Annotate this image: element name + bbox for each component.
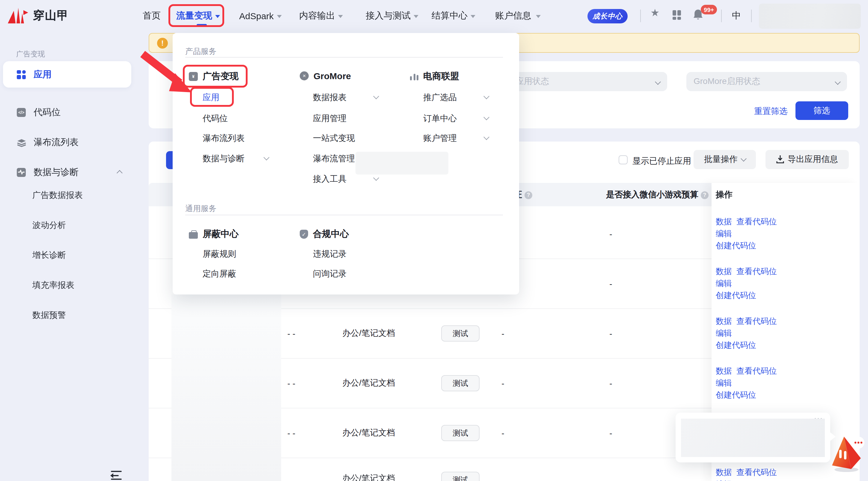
divider — [185, 215, 503, 215]
chevron-down-icon — [338, 15, 343, 18]
cell-dash: - — [501, 329, 504, 338]
nav-home[interactable]: 首页 — [143, 0, 161, 31]
sidebar-item-data-diagnosis[interactable]: 数据与诊断 — [0, 159, 144, 185]
divider — [751, 9, 752, 22]
help-icon[interactable]: ? — [525, 191, 532, 199]
growth-center-button[interactable]: 成长中心 — [587, 9, 628, 23]
nav-integration-test[interactable]: 接入与测试 — [366, 0, 418, 31]
gromore-status-select[interactable]: GroMore启用状态 — [686, 72, 847, 91]
nav-account-info[interactable]: 账户信息 — [495, 0, 541, 31]
sidebar-item-fill-rate-report[interactable]: 填充率报表 — [32, 280, 74, 291]
chevron-down-icon — [536, 15, 541, 18]
sidebar-item-ad-data-report[interactable]: 广告数据报表 — [32, 190, 83, 201]
chevron-down-icon — [740, 156, 746, 162]
show-stopped-checkbox[interactable] — [619, 155, 628, 164]
cell-dash: - — [609, 379, 612, 388]
menu-item-data-report[interactable]: 数据报表 — [313, 92, 346, 103]
chevron-down-icon — [655, 79, 661, 85]
export-app-info-button[interactable]: 导出应用信息 — [766, 150, 849, 169]
data-link[interactable]: 数据 — [716, 366, 732, 375]
product-services-label: 产品服务 — [185, 46, 216, 57]
col-actions: 操作 — [716, 189, 733, 200]
view-slots-link[interactable]: 查看代码位 — [737, 317, 777, 326]
menu-group-gromore[interactable]: ✕ GroMore — [300, 71, 351, 81]
edit-link[interactable]: 编辑 — [716, 480, 732, 481]
account-blurred-area[interactable] — [759, 4, 861, 29]
menu-item-waterfall-list[interactable]: 瀑布流列表 — [203, 133, 245, 144]
menu-item-data-diagnosis[interactable]: 数据与诊断 — [203, 154, 245, 164]
apply-filter-button[interactable]: 筛选 — [796, 101, 848, 120]
sidebar-item-growth-diagnosis[interactable]: 增长诊断 — [32, 250, 66, 261]
view-slots-link[interactable]: 查看代码位 — [737, 267, 777, 276]
divider — [640, 9, 641, 22]
warning-icon: ! — [157, 38, 168, 49]
menu-group-block-center[interactable]: 屏蔽中心 — [189, 229, 239, 240]
data-link[interactable]: 数据 — [716, 267, 732, 276]
assistant-popover: ··· — [676, 413, 830, 462]
edit-link[interactable]: 编辑 — [716, 329, 732, 338]
sidebar-collapse-icon[interactable] — [111, 471, 122, 480]
view-slots-link[interactable]: 查看代码位 — [737, 468, 777, 477]
sidebar-item-app[interactable]: 应用 — [3, 61, 131, 88]
chevron-down-icon — [373, 93, 379, 99]
cell-double-dash: - - — [287, 379, 295, 388]
data-link[interactable]: 数据 — [716, 468, 732, 477]
menu-group-ad-monetization[interactable]: ¥ 广告变现 — [189, 71, 239, 82]
top-nav: 穿山甲 首页 流量变现 AdSpark 内容输出 接入与测试 结算中心 账户信息… — [0, 0, 868, 31]
chevron-down-icon — [484, 93, 490, 99]
speech-dots-bubble — [852, 437, 864, 449]
data-link[interactable]: 数据 — [716, 217, 732, 226]
pangle-logo-icon — [8, 7, 28, 25]
create-slot-link[interactable]: 创建代码位 — [716, 390, 756, 399]
menu-item-app-management[interactable]: 应用管理 — [313, 113, 346, 124]
edit-link[interactable]: 编辑 — [716, 379, 732, 387]
test-tag: 测试 — [441, 425, 479, 441]
menu-item-ad-slot[interactable]: 代码位 — [203, 113, 228, 124]
menu-item-inquiry-records[interactable]: 问询记录 — [313, 269, 346, 279]
nav-adspark[interactable]: AdSpark — [239, 0, 281, 31]
view-slots-link[interactable]: 查看代码位 — [737, 217, 777, 226]
create-slot-link[interactable]: 创建代码位 — [716, 341, 756, 350]
cell-dash: - — [609, 279, 612, 289]
create-slot-link[interactable]: 创建代码位 — [716, 241, 756, 250]
data-link[interactable]: 数据 — [716, 317, 732, 326]
chevron-down-icon — [215, 15, 220, 18]
pangle-mascot-widget[interactable] — [831, 435, 866, 475]
favorites-star-icon[interactable]: ★ — [650, 8, 660, 18]
nav-monetization[interactable]: 流量变现 — [176, 0, 220, 31]
menu-item-violation-records[interactable]: 违规记录 — [313, 249, 346, 260]
menu-item-order-center[interactable]: 订单中心 — [423, 113, 457, 124]
chevron-down-icon — [264, 154, 270, 160]
menu-item-one-stop[interactable]: 一站式变现 — [313, 133, 355, 144]
create-slot-link[interactable]: 创建代码位 — [716, 291, 756, 300]
menu-item-block-rules[interactable]: 屏蔽规则 — [203, 249, 236, 260]
menu-item-targeted-block[interactable]: 定向屏蔽 — [203, 269, 236, 279]
apps-grid-icon[interactable] — [673, 10, 682, 20]
sidebar-item-data-alert[interactable]: 数据预警 — [32, 310, 66, 321]
reset-filter-button[interactable]: 重置筛选 — [754, 106, 788, 117]
menu-group-compliance-center[interactable]: ✓ 合规中心 — [300, 229, 349, 240]
menu-item-app[interactable]: 应用 — [203, 92, 219, 103]
nav-content-output[interactable]: 内容输出 — [299, 0, 343, 31]
edit-link[interactable]: 编辑 — [716, 229, 732, 238]
view-slots-link[interactable]: 查看代码位 — [737, 366, 777, 375]
brand-logo[interactable]: 穿山甲 — [8, 7, 69, 25]
sidebar-item-ad-slot[interactable]: </> 代码位 — [0, 99, 144, 125]
menu-item-account-management[interactable]: 账户管理 — [423, 133, 457, 144]
menu-group-ecommerce[interactable]: 电商联盟 — [410, 71, 459, 82]
test-tag: 测试 — [441, 325, 479, 341]
test-tag: 测试 — [441, 472, 479, 481]
help-icon[interactable]: ? — [701, 191, 709, 199]
cell-category: 办公/笔记文档 — [342, 378, 395, 389]
nav-settlement[interactable]: 结算中心 — [432, 0, 475, 31]
sidebar-item-waterfall-list[interactable]: 瀑布流列表 — [0, 129, 144, 155]
menu-item-promo-products[interactable]: 推广选品 — [423, 92, 457, 103]
edit-link[interactable]: 编辑 — [716, 279, 732, 288]
code-slot-icon: </> — [17, 108, 26, 117]
sidebar-item-fluctuation-analysis[interactable]: 波动分析 — [32, 220, 66, 231]
batch-actions-button[interactable]: 批量操作 — [693, 150, 756, 169]
test-tag: 测试 — [441, 375, 479, 391]
menu-item-waterfall-management[interactable]: 瀑布流管理 — [313, 154, 355, 164]
language-toggle[interactable]: 中 — [732, 10, 741, 22]
menu-item-integration-tools[interactable]: 接入工具 — [313, 174, 346, 185]
